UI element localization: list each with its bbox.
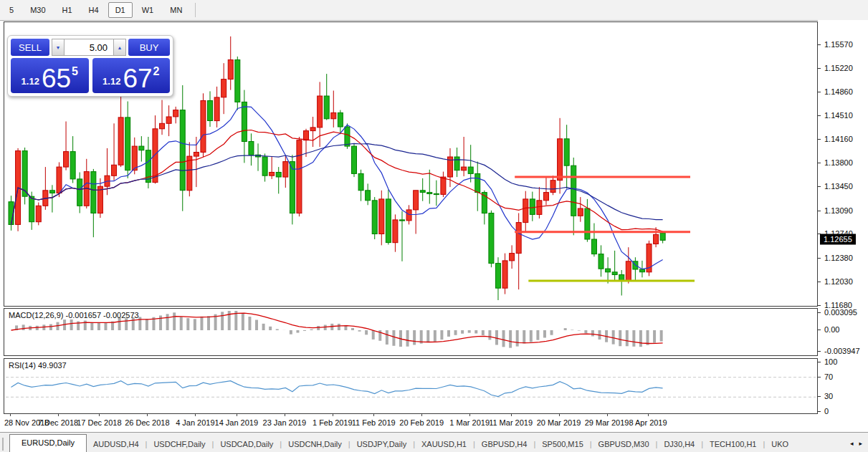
buy-price-main: 67 [123, 67, 152, 90]
date-tick [333, 414, 333, 416]
volume-input[interactable]: 5.00 [65, 39, 113, 56]
date-axis-label: 11 Feb 2019 [352, 418, 396, 427]
date-axis-label: 20 Mar 2019 [537, 418, 581, 427]
timeframe-button-5[interactable]: 5 [2, 2, 21, 18]
candle-body [160, 123, 165, 129]
date-axis[interactable]: 28 Nov 20187 Dec 201817 Dec 201826 Dec 2… [4, 414, 818, 432]
date-axis-label: 23 Jan 2019 [263, 418, 307, 427]
candle-body [516, 223, 521, 254]
price-axis-label: 1.13090 [824, 206, 853, 215]
volume-increase-button[interactable]: ▲ [113, 39, 126, 56]
candle-body [214, 97, 219, 121]
candle-body [166, 117, 171, 123]
sell-price-prefix: 1.12 [22, 76, 39, 87]
candle-body [112, 165, 117, 175]
chart-tab-usdcad-daily[interactable]: USDCAD,Daily [214, 436, 280, 452]
candle-body [49, 191, 54, 193]
sell-button[interactable]: SELL [11, 39, 49, 56]
candle-body [591, 239, 596, 254]
value-axis[interactable]: 1.155701.152201.148601.145101.141601.138… [818, 20, 868, 432]
chart-tab-xauusd-h1[interactable]: XAUUSD,H1 [415, 436, 473, 452]
timeframe-toolbar: 5M30H1H4D1W1MN [0, 0, 868, 21]
sell-price-pip: 5 [72, 65, 78, 78]
timeframe-button-m30[interactable]: M30 [23, 2, 52, 18]
axis-tick [818, 305, 821, 306]
timeframe-button-w1[interactable]: W1 [135, 2, 161, 18]
rsi-chart[interactable] [4, 359, 817, 413]
chart-tab-usdchf-daily[interactable]: USDCHF,Daily [147, 436, 211, 452]
candle-body [262, 157, 267, 175]
chart-tab-tech100-h1[interactable]: TECH100,H1 [703, 436, 763, 452]
candle-body [310, 128, 315, 131]
axis-tick [818, 351, 821, 352]
candle-body [537, 201, 542, 215]
candle-body [564, 139, 569, 165]
volume-decrease-button[interactable]: ▼ [52, 39, 65, 56]
timeframe-button-d1[interactable]: D1 [108, 2, 133, 18]
chart-tab-bar: EURUSD,DailyAUDUSD,H4|USDCHF,Daily|USDCA… [0, 432, 868, 452]
candle-body [345, 127, 350, 146]
candle-body [276, 173, 281, 178]
candle-body [502, 261, 507, 288]
chart-tab-uko[interactable]: UKO [765, 436, 795, 452]
current-price-tag: 1.12655 [820, 234, 856, 245]
macd-label: MACD(12,26,9) -0.001657 -0.002573 [9, 311, 139, 319]
chart-tab-gbpusd-h4[interactable]: GBPUSD,H4 [475, 436, 534, 452]
candle-body [495, 264, 500, 289]
candle-body [434, 193, 439, 194]
candle-body [153, 129, 158, 183]
buy-price-panel[interactable]: 1.12 67 2 [92, 58, 171, 93]
chart-tab-gbpusd-m30[interactable]: GBPUSD,M30 [592, 436, 656, 452]
date-axis-label: 4 Jan 2019 [176, 418, 214, 427]
date-axis-label: 29 Mar 2019 [585, 418, 629, 427]
buy-price-pip: 2 [153, 65, 160, 78]
chart-tab-audusd-h4[interactable]: AUDUSD,H4 [87, 436, 146, 452]
timeframe-button-mn[interactable]: MN [163, 2, 189, 18]
date-tick [237, 414, 237, 416]
rsi-label: RSI(14) 49.9037 [9, 361, 67, 370]
axis-tick [818, 44, 821, 45]
axis-tick [818, 258, 821, 259]
candle-body [366, 191, 371, 201]
candle-body [441, 177, 446, 194]
candle-body [318, 96, 323, 128]
sell-price-panel[interactable]: 1.12 65 5 [11, 58, 89, 93]
price-axis-label: 1.14160 [824, 135, 853, 143]
buy-button[interactable]: BUY [128, 39, 170, 56]
candle-body [654, 234, 659, 244]
date-tick [648, 414, 649, 416]
timeframe-button-h1[interactable]: H1 [55, 2, 80, 18]
chart-tab-eurusd-daily[interactable]: EURUSD,Daily [9, 434, 87, 452]
date-axis-label: 20 Feb 2019 [399, 418, 444, 427]
candle-body [132, 146, 137, 170]
candle-body [324, 96, 329, 119]
axis-tick [818, 139, 821, 140]
candle-body [187, 156, 192, 191]
rsi-line [11, 381, 663, 397]
candle-body [29, 196, 34, 222]
candle-body [283, 162, 288, 178]
chart-tab-sp500-m15[interactable]: SP500,M15 [535, 436, 589, 452]
date-tick [373, 414, 374, 416]
tab-scroll-right-icon[interactable]: ▸ [859, 440, 862, 447]
timeframe-button-h4[interactable]: H4 [82, 2, 106, 18]
candle-body [598, 254, 604, 269]
price-axis-label: 1.15220 [824, 64, 853, 72]
macd-pane[interactable]: MACD(12,26,9) -0.001657 -0.002573 [4, 308, 818, 356]
candle-body [510, 254, 515, 261]
candle-body [612, 272, 617, 275]
tab-scroll-left-icon[interactable]: ◂ [850, 440, 854, 447]
chart-tab-usdcnh-daily[interactable]: USDCNH,Daily [282, 436, 348, 452]
date-tick [285, 414, 285, 416]
candle-body [118, 117, 123, 165]
candle-body [427, 193, 432, 194]
chart-tab-dj30-h4[interactable]: DJ30,H4 [657, 436, 701, 452]
price-axis-label: 1.12030 [824, 277, 853, 286]
chart-tab-usdjpy-daily[interactable]: USDJPY,Daily [350, 436, 414, 452]
candle-body [558, 139, 563, 181]
date-tick [10, 414, 11, 416]
candle-body [201, 101, 206, 153]
candle-body [386, 199, 391, 243]
rsi-pane[interactable]: RSI(14) 49.9037 [4, 358, 818, 414]
candle-body [550, 181, 555, 193]
